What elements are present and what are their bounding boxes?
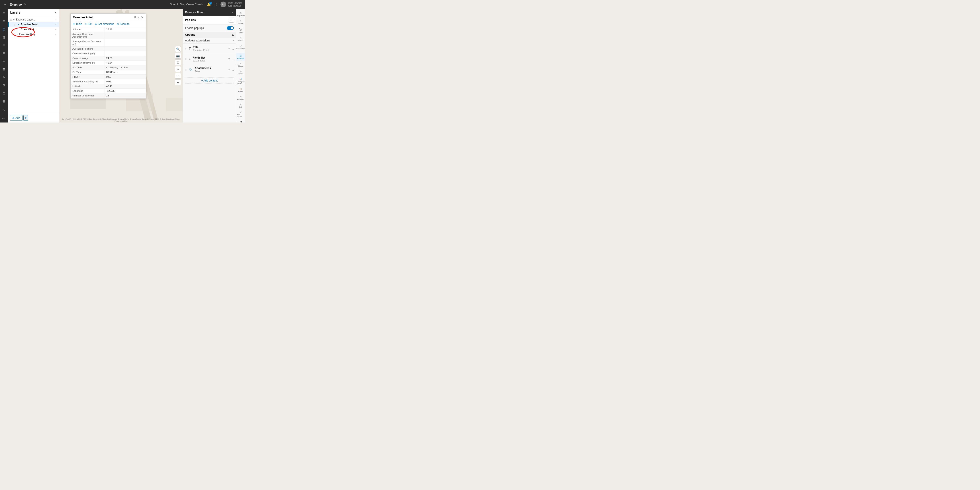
attr-expressions-row[interactable]: Attribute expressions >: [183, 38, 236, 44]
collapse-icon[interactable]: ≪: [2, 116, 6, 121]
hex-icon[interactable]: ⬡: [2, 91, 6, 96]
edit-title-icon[interactable]: ✎: [24, 3, 26, 6]
popup-table-btn[interactable]: ⊞ Table: [73, 22, 82, 25]
user-menu[interactable]: RL Ryan Lowman ryan-lowman: [221, 2, 242, 7]
layers-header: Layers ✕: [8, 9, 59, 16]
notifications-btn[interactable]: 🔔 0: [207, 3, 211, 6]
edit-icon[interactable]: ✎: [2, 75, 6, 80]
menu-icon[interactable]: ≡: [3, 2, 8, 7]
right-icon-edit[interactable]: ✎ Edit: [236, 102, 245, 109]
right-icon-aggregation[interactable]: ⬡ Aggregation: [236, 43, 245, 51]
popup-value: 28: [105, 93, 146, 98]
zoom-in-btn[interactable]: +: [175, 73, 181, 79]
popup-value: [105, 39, 146, 46]
right-icon-popups[interactable]: ◫ Pop-ups: [236, 53, 245, 60]
drag-handle-line[interactable]: ⣿: [13, 28, 15, 31]
layer-dots-point[interactable]: ···: [55, 23, 57, 26]
popup-header: Exercise Point ⧉ ∧ ✕: [71, 14, 146, 21]
right-panel-header: Exercise Point ∨: [183, 9, 236, 16]
right-icon-fields[interactable]: ≡ Fields: [236, 61, 245, 68]
effects-label: Effects: [238, 40, 243, 41]
title-block-chevron[interactable]: ∨: [228, 47, 230, 50]
group-dots[interactable]: ···: [55, 18, 57, 21]
left-menu-icon[interactable]: ≡: [2, 11, 6, 16]
title-drag-handle[interactable]: ⣿: [185, 48, 187, 50]
popup-value: 0.90: [105, 98, 146, 99]
attachments-block-subtitle: Auto: [195, 70, 211, 72]
settings-icon[interactable]: ⚙: [2, 83, 6, 88]
fields-block-chevron[interactable]: ∨: [228, 57, 230, 60]
popup-section-close-btn[interactable]: ✕: [229, 18, 234, 22]
popup-field: Average Horizontal Accuracy (m): [71, 32, 105, 39]
bookmarks-icon[interactable]: ⧉: [2, 51, 6, 56]
layer-dots-line[interactable]: ···: [55, 28, 57, 31]
layer-item-exercise-line[interactable]: ⣿ — Exercise Lin... ···: [8, 27, 59, 32]
notification-badge: 0: [209, 2, 212, 5]
right-icon-effects[interactable]: ✧ Effects: [236, 35, 245, 43]
apps-grid-icon[interactable]: ⠿: [214, 2, 217, 7]
add-icon[interactable]: ⊕: [2, 19, 6, 24]
svg-rect-4: [166, 98, 183, 111]
right-icon-analysis[interactable]: ⊕ Analysis: [236, 94, 245, 102]
right-icon-maptools[interactable]: 🗺 Map tools: [236, 119, 245, 123]
open-classic-link[interactable]: Open in Map Viewer Classic: [170, 3, 204, 6]
popup-edit-btn[interactable]: ✏ Edit: [85, 22, 92, 25]
add-dropdown-button[interactable]: ▾: [23, 115, 28, 121]
zoom-out-btn[interactable]: −: [175, 80, 181, 85]
popup-value: 26.16: [105, 27, 146, 32]
right-icon-styles[interactable]: ✦ Styles: [236, 19, 245, 26]
right-icon-sketch[interactable]: ✏ Add sketch: [236, 110, 245, 119]
analysis-icon: ⊕: [240, 95, 242, 98]
popup-restore-btn[interactable]: ⧉: [134, 15, 136, 19]
options-header[interactable]: Options ∧: [183, 32, 236, 38]
popup-directions-btn[interactable]: ◈ Get directions: [95, 22, 114, 25]
list-icon[interactable]: ☰: [2, 59, 6, 64]
layers-close-btn[interactable]: ✕: [54, 11, 57, 14]
enable-popups-label: Enable pop-ups: [185, 27, 204, 30]
layers-icon[interactable]: ◫: [2, 27, 6, 32]
filter-icon-svg: [239, 28, 243, 31]
layer-group-exercise[interactable]: ⊟ ∨ Exercise Layer... ···: [8, 17, 59, 22]
table-icon[interactable]: ⊞: [2, 67, 6, 72]
fields-drag-handle[interactable]: ⣿: [185, 58, 187, 60]
drag-handle-poly[interactable]: ⣿: [13, 33, 15, 36]
layer-dots-poly[interactable]: ···: [55, 33, 57, 36]
add-content-btn[interactable]: + Add content: [185, 78, 234, 84]
popup-collapse-btn[interactable]: ∧: [137, 16, 140, 19]
fields-block-dots[interactable]: ...: [231, 57, 234, 61]
title-block-dots[interactable]: ...: [231, 47, 234, 50]
right-icon-forms[interactable]: 📋 Forms: [236, 86, 245, 94]
right-icon-properties[interactable]: ⊞ Properties: [236, 11, 245, 18]
right-icon-filter[interactable]: Filter: [236, 26, 245, 35]
home-btn[interactable]: ⌂: [175, 66, 181, 72]
popup-row: Horizontal Accuracy (m) 0.01: [71, 79, 146, 84]
layer-item-exercise-poly[interactable]: ⣿ ▫ Exercise Poly ···: [8, 32, 59, 37]
legend-icon[interactable]: ≡: [2, 43, 6, 48]
layer-item-exercise-point[interactable]: ⣿ ● Exercise Point ···: [8, 22, 59, 27]
basemap-icon[interactable]: ▦: [2, 35, 6, 40]
warning-icon[interactable]: ⚠: [2, 108, 6, 113]
enable-popups-toggle[interactable]: [227, 26, 234, 30]
attachments-block-chevron[interactable]: ∨: [228, 68, 230, 71]
screenshot-btn[interactable]: 📷: [175, 53, 181, 59]
popup-zoom-btn[interactable]: ⊕ Zoom to: [117, 22, 129, 25]
drag-handle-point[interactable]: ⣿: [14, 23, 16, 26]
right-icon-labels[interactable]: 🏷 Labels: [236, 69, 245, 76]
title-block-labels: Title Exercise Point: [193, 46, 209, 51]
popup-row: Longitude -122.75: [71, 89, 146, 93]
add-layer-button[interactable]: ⊕ Add: [10, 115, 22, 121]
popup-value: 45.41: [105, 84, 146, 88]
fullscreen-btn[interactable]: ⊡: [175, 59, 181, 65]
save-icon[interactable]: ⊟: [2, 99, 6, 104]
popup-row: Direction of travel (°) 49.84: [71, 60, 146, 65]
map-area[interactable]: 🔍 📷 ⊡ ⌂ + − Esri, NASA, NGA, USGS, FEMA …: [59, 9, 183, 123]
popup-close-btn[interactable]: ✕: [141, 16, 144, 19]
popup-field: Number of Satellites: [71, 93, 105, 98]
right-panel-chevron[interactable]: ∨: [232, 11, 234, 14]
attachments-block-dots[interactable]: ...: [231, 68, 234, 71]
title-block-controls: ∨ ...: [228, 47, 234, 50]
attachments-drag-handle[interactable]: ⣿: [185, 68, 187, 71]
search-btn[interactable]: 🔍: [175, 46, 181, 52]
main-layout: ≡ ⊕ ◫ ▦ ≡ ⧉ ☰ ⊞ ✎ ⚙ ⬡ ⊟ ⚠ ≪ Layers ✕ ⊟ ∨…: [0, 9, 245, 123]
right-icon-charts[interactable]: 📊 Configure charts: [236, 76, 245, 86]
